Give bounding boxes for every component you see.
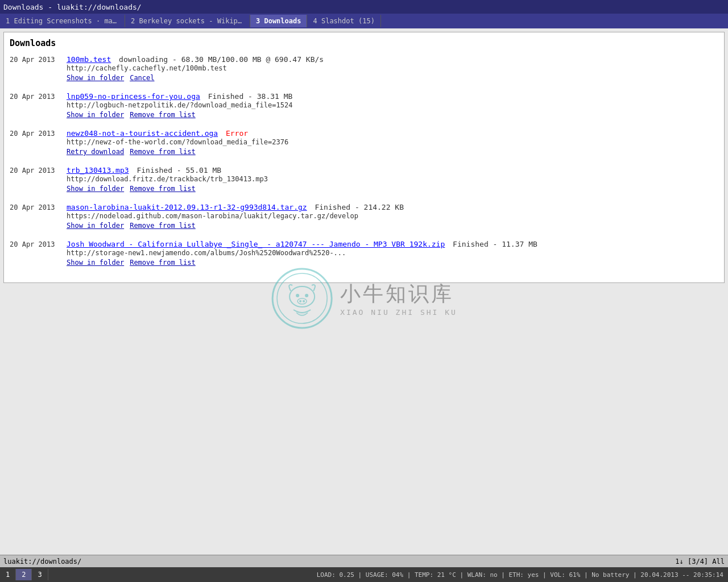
svg-point-6 [299, 300, 301, 302]
taskbar-item-3[interactable]: 3 [32, 569, 48, 580]
download-date-0: 20 Apr 2013 [10, 55, 67, 64]
taskbar-item-1[interactable]: 1 [0, 569, 16, 580]
download-info-1: lnp059-no-princess-for-you.oga Finished … [67, 92, 718, 119]
download-actions-0: Show in folderCancel [67, 74, 718, 82]
status-right: 1↓ [3/4] All [675, 558, 725, 566]
watermark-pinyin: XIAO NIU ZHI SHI KU [340, 308, 457, 317]
download-action-5-0[interactable]: Show in folder [67, 259, 124, 267]
download-date-1: 20 Apr 2013 [10, 92, 67, 101]
status-left: luakit://downloads/ [3, 558, 81, 566]
downloads-title: Downloads [10, 38, 718, 48]
download-filename-5[interactable]: Josh Woodward - California Lullabye _Sin… [67, 240, 445, 248]
download-date-3: 20 Apr 2013 [10, 166, 67, 174]
tab-bar: 1 Editing Screenshots · mason-larobina/l… [0, 14, 728, 28]
taskbar-system-info: LOAD: 0.25 | USAGE: 04% | TEMP: 21 °C | … [312, 569, 728, 580]
download-action-1-1[interactable]: Remove from list [130, 111, 196, 119]
download-filename-1[interactable]: lnp059-no-princess-for-you.oga [67, 92, 200, 101]
title-text: Downloads - luakit://downloads/ [3, 3, 142, 11]
download-action-5-1[interactable]: Remove from list [130, 259, 196, 267]
download-row-4: 20 Apr 2013mason-larobina-luakit-2012.09… [10, 203, 718, 230]
download-actions-3: Show in folderRemove from list [67, 185, 718, 193]
download-row-3: 20 Apr 2013trb_130413.mp3 Finished - 55.… [10, 166, 718, 193]
download-url-5: http://storage-new1.newjamendo.com/album… [67, 249, 718, 257]
tab-item-4[interactable]: 4 Slashdot (15) [307, 15, 380, 27]
download-action-2-1[interactable]: Remove from list [130, 148, 196, 156]
download-action-2-0[interactable]: Retry download [67, 148, 124, 156]
downloads-panel: Downloads 20 Apr 2013100mb.test download… [3, 32, 725, 283]
download-status-1: Finished - 38.31 MB [204, 92, 293, 101]
download-action-3-0[interactable]: Show in folder [67, 185, 124, 193]
download-info-5: Josh Woodward - California Lullabye _Sin… [67, 240, 718, 267]
download-url-2: http://newz-of-the-world.com/?download_m… [67, 138, 718, 146]
svg-point-7 [303, 300, 305, 302]
download-filename-0[interactable]: 100mb.test [67, 55, 111, 64]
download-info-2: newz048-not-a-tourist-accident.oga Error… [67, 129, 718, 156]
download-actions-5: Show in folderRemove from list [67, 259, 718, 267]
status-bar: luakit://downloads/ 1↓ [3/4] All [0, 555, 728, 567]
download-status-0: downloading - 68.30 MB/100.00 MB @ 690.4… [114, 55, 324, 64]
download-info-3: trb_130413.mp3 Finished - 55.01 MBhttp:/… [67, 166, 718, 193]
download-action-4-0[interactable]: Show in folder [67, 222, 124, 230]
download-url-0: http://cachefly.cachefly.net/100mb.test [67, 64, 718, 72]
download-action-4-1[interactable]: Remove from list [130, 222, 196, 230]
download-row-2: 20 Apr 2013newz048-not-a-tourist-acciden… [10, 129, 718, 156]
download-action-3-1[interactable]: Remove from list [130, 185, 196, 193]
svg-point-3 [296, 294, 299, 297]
downloads-list: 20 Apr 2013100mb.test downloading - 68.3… [10, 55, 718, 267]
title-bar: Downloads - luakit://downloads/ [0, 0, 728, 14]
download-filename-4[interactable]: mason-larobina-luakit-2012.09.13-r1-32-g… [67, 203, 307, 211]
download-filename-3[interactable]: trb_130413.mp3 [67, 166, 129, 174]
download-filename-2[interactable]: newz048-not-a-tourist-accident.oga [67, 129, 218, 138]
download-url-1: http://logbuch-netzpolitik.de/?download_… [67, 101, 718, 109]
tab-item-2[interactable]: 2 Berkeley sockets - Wikipedia, the free… [125, 15, 250, 27]
taskbar-item-2[interactable]: 2 [16, 569, 32, 580]
download-action-0-1[interactable]: Cancel [130, 74, 154, 82]
tab-item-1[interactable]: 1 Editing Screenshots · mason-larobina/l… [0, 15, 125, 27]
download-status-4: Finished - 214.22 KB [311, 203, 404, 211]
download-date-5: 20 Apr 2013 [10, 240, 67, 248]
watermark-chinese: 小牛知识库 [340, 280, 454, 308]
download-actions-2: Retry downloadRemove from list [67, 148, 718, 156]
download-status-2: Error [221, 129, 248, 138]
download-date-2: 20 Apr 2013 [10, 129, 67, 138]
svg-point-5 [297, 298, 307, 304]
download-date-4: 20 Apr 2013 [10, 203, 67, 211]
download-url-3: http://download.fritz.de/trackback/trb_1… [67, 175, 718, 183]
watermark-text: 小牛知识库 XIAO NIU ZHI SHI KU [340, 280, 457, 317]
taskbar: 1 2 3 LOAD: 0.25 | USAGE: 04% | TEMP: 21… [0, 567, 728, 582]
download-status-5: Finished - 11.37 MB [448, 240, 537, 248]
download-status-3: Finished - 55.01 MB [133, 166, 222, 174]
tab-item-3[interactable]: 3 Downloads [250, 15, 307, 27]
download-row-0: 20 Apr 2013100mb.test downloading - 68.3… [10, 55, 718, 82]
download-actions-1: Show in folderRemove from list [67, 111, 718, 119]
download-row-1: 20 Apr 2013lnp059-no-princess-for-you.og… [10, 92, 718, 119]
main-content: Downloads 20 Apr 2013100mb.test download… [0, 28, 728, 555]
svg-point-2 [289, 286, 315, 307]
download-info-4: mason-larobina-luakit-2012.09.13-r1-32-g… [67, 203, 718, 230]
download-action-1-0[interactable]: Show in folder [67, 111, 124, 119]
download-actions-4: Show in folderRemove from list [67, 222, 718, 230]
download-row-5: 20 Apr 2013Josh Woodward - California Lu… [10, 240, 718, 267]
download-info-0: 100mb.test downloading - 68.30 MB/100.00… [67, 55, 718, 82]
svg-point-4 [305, 294, 308, 297]
download-url-4: https://nodeload.github.com/mason-larobi… [67, 212, 718, 220]
download-action-0-0[interactable]: Show in folder [67, 74, 124, 82]
